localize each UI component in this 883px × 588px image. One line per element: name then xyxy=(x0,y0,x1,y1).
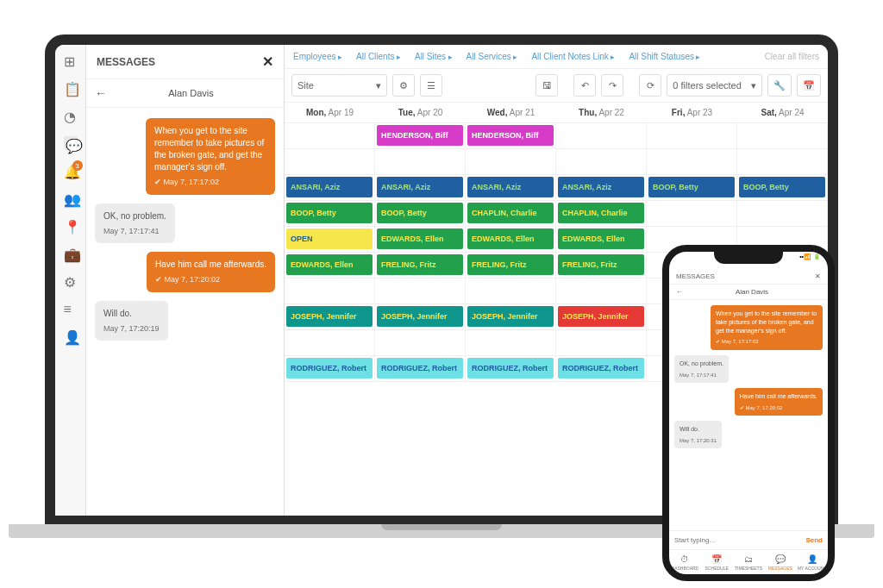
clipboard-icon[interactable]: 📋 xyxy=(64,81,78,95)
day-headers: Mon, Apr 19Tue, Apr 20Wed, Apr 21Thu, Ap… xyxy=(285,103,828,123)
shift-block[interactable]: HENDERSON, Biff xyxy=(377,125,463,146)
shift-block[interactable]: JOSEPH, Jennifer xyxy=(286,306,373,327)
message-bubble: Have him call me afterwards.May 7, 17:20… xyxy=(147,252,275,292)
shift-block[interactable]: CHAPLIN, Charlie xyxy=(467,203,554,223)
phone-tab[interactable]: 💬MESSAGES xyxy=(764,554,796,571)
undo-button[interactable]: ↶ xyxy=(573,74,596,97)
shift-block[interactable]: BOOP, Betty xyxy=(648,177,735,197)
filter-item[interactable]: All Clients xyxy=(356,52,401,61)
filter-item[interactable]: All Sites xyxy=(415,52,453,61)
list-icon[interactable]: ≡ xyxy=(64,302,78,316)
gear-icon[interactable]: ⚙ xyxy=(64,274,78,288)
phone-tab[interactable]: 🗂TIMESHEETS xyxy=(733,554,765,571)
save-button[interactable]: 🖫 xyxy=(535,74,558,97)
schedule-cell: FRELING, Fritz xyxy=(556,253,647,278)
schedule-cell xyxy=(737,123,828,148)
phone-subheader: ← Alan Davis xyxy=(669,285,828,300)
schedule-cell: ANSARI, Aziz xyxy=(375,175,466,200)
filters-select[interactable]: 0 filters selected▾ xyxy=(667,74,762,97)
phone-tabbar: ⏱DASHBOARD📅SCHEDULE🗂TIMESHEETS💬MESSAGES👤… xyxy=(669,549,828,574)
phone-message-bubble: Will do.May 7, 17:20:31 xyxy=(674,421,722,448)
map-icon[interactable]: 📍 xyxy=(64,219,78,233)
message-bubble: When you get to the site remember to tak… xyxy=(146,118,275,195)
phone-send-button[interactable]: Send xyxy=(805,536,823,544)
back-icon[interactable]: ← xyxy=(95,86,107,100)
schedule-cell: OPEN xyxy=(285,227,375,252)
chart-icon[interactable]: ◔ xyxy=(64,109,78,122)
shift-block[interactable]: EDWARDS, Ellen xyxy=(377,228,463,249)
shift-block[interactable]: ANSARI, Aziz xyxy=(467,177,554,197)
phone-close-icon[interactable]: ✕ xyxy=(815,272,821,280)
schedule-cell: ANSARI, Aziz xyxy=(466,175,556,200)
apps-icon[interactable]: ⊞ xyxy=(64,53,78,67)
phone-tab[interactable]: ⏱DASHBOARD xyxy=(669,554,701,571)
filter-item[interactable]: All Client Notes Link xyxy=(531,52,615,61)
phone-message-bubble: OK, no problem.May 7, 17:17:41 xyxy=(674,355,729,383)
message-bubble: Will do.May 7, 17:20:19 xyxy=(95,301,168,341)
calendar-button[interactable]: 📅 xyxy=(797,74,821,97)
close-icon[interactable]: ✕ xyxy=(262,53,273,70)
schedule-row xyxy=(285,149,828,175)
shift-block[interactable]: CHAPLIN, Charlie xyxy=(558,203,644,223)
schedule-cell: EDWARDS, Ellen xyxy=(285,253,375,278)
sliders-button[interactable]: ☰ xyxy=(420,74,442,97)
briefcase-icon[interactable]: 💼 xyxy=(64,247,78,260)
shift-block[interactable]: RODRIGUEZ, Robert xyxy=(558,358,644,378)
shift-block[interactable]: EDWARDS, Ellen xyxy=(467,228,554,249)
schedule-cell: JOSEPH, Jennifer xyxy=(375,304,466,329)
phone-back-icon[interactable]: ← xyxy=(676,288,683,296)
phone-message-bubble: When you get to the site remember to tak… xyxy=(711,305,823,350)
phone-messages-header: MESSAGES ✕ xyxy=(669,269,828,285)
shift-block[interactable]: BOOP, Betty xyxy=(377,203,463,223)
schedule-cell: RODRIGUEZ, Robert xyxy=(375,356,466,381)
schedule-cell: RODRIGUEZ, Robert xyxy=(556,356,647,381)
schedule-cell xyxy=(647,123,737,148)
shift-block[interactable]: EDWARDS, Ellen xyxy=(558,228,644,249)
clear-filters[interactable]: Clear all filters xyxy=(765,52,819,61)
shift-block[interactable]: EDWARDS, Ellen xyxy=(286,254,373,275)
filter-bar: EmployeesAll ClientsAll SitesAll Service… xyxy=(285,45,828,69)
shift-block[interactable]: OPEN xyxy=(286,228,373,249)
phone-status-icons: ••📶 🔋 xyxy=(799,253,821,260)
shift-block[interactable]: BOOP, Betty xyxy=(286,203,373,223)
phone-tab[interactable]: 👤MY ACCOUNT xyxy=(796,554,828,571)
schedule-row: ANSARI, AzizANSARI, AzizANSARI, AzizANSA… xyxy=(285,175,828,201)
schedule-row: HENDERSON, BiffHENDERSON, Biff xyxy=(285,123,828,149)
shift-block[interactable]: FRELING, Fritz xyxy=(377,254,463,275)
schedule-cell xyxy=(285,278,375,303)
schedule-cell xyxy=(556,123,647,148)
schedule-cell: EDWARDS, Ellen xyxy=(556,227,647,252)
shift-block[interactable]: RODRIGUEZ, Robert xyxy=(377,358,463,378)
schedule-cell xyxy=(466,278,556,303)
shift-block[interactable]: FRELING, Fritz xyxy=(558,254,644,275)
shift-block[interactable]: HENDERSON, Biff xyxy=(467,125,554,146)
shift-block[interactable]: RODRIGUEZ, Robert xyxy=(286,358,373,378)
schedule-cell xyxy=(466,330,556,355)
profile-icon[interactable]: 👤 xyxy=(64,329,78,343)
phone-message-input[interactable] xyxy=(674,536,800,544)
messages-icon[interactable]: 💬 xyxy=(64,136,78,150)
bell-icon[interactable]: 🔔3 xyxy=(64,164,78,178)
filter-item[interactable]: Employees xyxy=(293,52,342,61)
shift-block[interactable]: ANSARI, Aziz xyxy=(286,177,373,197)
phone-tab[interactable]: 📅SCHEDULE xyxy=(701,554,733,571)
shift-block[interactable]: JOSEPH, Jennifer xyxy=(558,306,644,327)
shift-block[interactable]: JOSEPH, Jennifer xyxy=(377,306,463,327)
users-icon[interactable]: 👥 xyxy=(64,191,78,205)
shift-block[interactable]: ANSARI, Aziz xyxy=(558,177,644,197)
phone-input-bar: Send xyxy=(669,530,828,549)
groupby-select[interactable]: Site▾ xyxy=(291,74,387,97)
filter-item[interactable]: All Services xyxy=(467,52,518,61)
schedule-cell xyxy=(375,278,466,303)
phone-notch xyxy=(714,252,783,264)
gear-button[interactable]: ⚙ xyxy=(392,74,415,97)
refresh-button[interactable]: ⟳ xyxy=(639,74,661,97)
wrench-button[interactable]: 🔧 xyxy=(767,74,792,97)
redo-button[interactable]: ↷ xyxy=(601,74,623,97)
filter-item[interactable]: All Shift Statuses xyxy=(629,52,700,61)
shift-block[interactable]: RODRIGUEZ, Robert xyxy=(467,358,554,378)
shift-block[interactable]: JOSEPH, Jennifer xyxy=(467,306,554,327)
shift-block[interactable]: BOOP, Betty xyxy=(739,177,825,197)
shift-block[interactable]: FRELING, Fritz xyxy=(467,254,554,275)
shift-block[interactable]: ANSARI, Aziz xyxy=(377,177,463,197)
